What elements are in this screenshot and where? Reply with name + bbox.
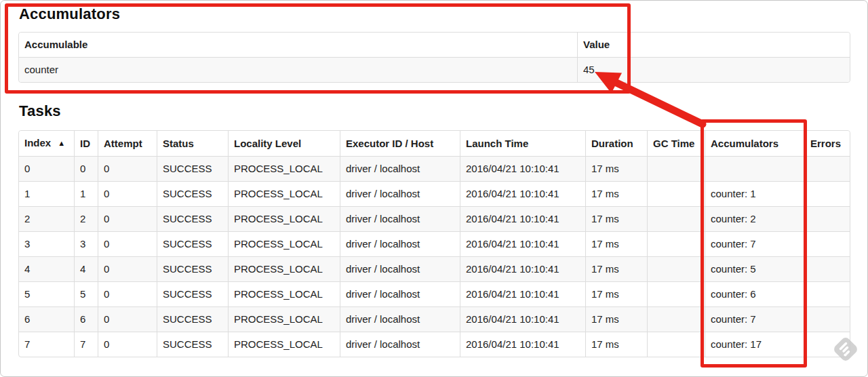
- cell-executor-id-host: driver / localhost: [340, 306, 460, 332]
- cell-index: 6: [19, 306, 74, 332]
- cell-errors: [804, 181, 850, 206]
- column-header-label: Accumulators: [711, 138, 778, 149]
- cell-gc-time: [647, 231, 705, 256]
- column-header-status[interactable]: Status: [157, 131, 228, 156]
- cell-index: 5: [19, 281, 74, 306]
- cell-launch-time: 2016/04/21 10:10:41: [460, 256, 585, 281]
- column-header-executor-id-host[interactable]: Executor ID / Host: [340, 131, 460, 156]
- column-header-value[interactable]: Value: [577, 33, 850, 57]
- header-row: AccumulableValue: [19, 33, 850, 57]
- cell-gc-time: [647, 281, 705, 306]
- column-header-label: Errors: [810, 138, 841, 149]
- column-header-errors[interactable]: Errors: [804, 131, 850, 156]
- cell-index: 7: [19, 332, 74, 357]
- table-row: 000SUCCESSPROCESS_LOCALdriver / localhos…: [19, 156, 850, 181]
- cell-duration: 17 ms: [585, 281, 647, 306]
- cell-index: 3: [19, 231, 74, 256]
- cell-executor-id-host: driver / localhost: [340, 332, 460, 357]
- cell-accumulators: counter: 7: [705, 306, 804, 332]
- column-header-accumulable[interactable]: Accumulable: [19, 33, 577, 57]
- cell-launch-time: 2016/04/21 10:10:41: [460, 181, 585, 206]
- column-header-label: GC Time: [653, 138, 694, 149]
- cell-index: 4: [19, 256, 74, 281]
- feedly-icon[interactable]: [830, 334, 861, 365]
- cell-status: SUCCESS: [157, 281, 228, 306]
- cell-attempt: 0: [98, 256, 157, 281]
- cell-errors: [804, 281, 850, 306]
- cell-status: SUCCESS: [157, 231, 228, 256]
- cell-attempt: 0: [98, 231, 157, 256]
- accumulators-table: AccumulableValuecounter45: [18, 32, 850, 83]
- cell-locality-level: PROCESS_LOCAL: [228, 181, 340, 206]
- cell-executor-id-host: driver / localhost: [340, 181, 460, 206]
- cell-locality-level: PROCESS_LOCAL: [228, 256, 340, 281]
- column-header-label: Index: [24, 137, 51, 148]
- cell-duration: 17 ms: [585, 332, 647, 357]
- column-header-label: Accumulable: [24, 39, 87, 50]
- cell-errors: [804, 256, 850, 281]
- cell-gc-time: [647, 306, 705, 332]
- sort-asc-icon: ▲: [58, 139, 65, 147]
- cell-index: 2: [19, 206, 74, 231]
- cell-attempt: 0: [98, 281, 157, 306]
- cell-duration: 17 ms: [585, 206, 647, 231]
- cell-id: 4: [74, 256, 98, 281]
- cell-locality-level: PROCESS_LOCAL: [228, 332, 340, 357]
- column-header-accumulators[interactable]: Accumulators: [705, 131, 804, 156]
- column-header-label: ID: [80, 138, 90, 149]
- cell-launch-time: 2016/04/21 10:10:41: [460, 332, 585, 357]
- cell-attempt: 0: [98, 156, 157, 181]
- cell-gc-time: [647, 256, 705, 281]
- cell-executor-id-host: driver / localhost: [340, 156, 460, 181]
- cell-status: SUCCESS: [157, 206, 228, 231]
- cell-accumulators: counter: 17: [705, 332, 804, 357]
- cell-index: 0: [19, 156, 74, 181]
- column-header-duration[interactable]: Duration: [585, 131, 647, 156]
- cell-attempt: 0: [98, 332, 157, 357]
- cell-duration: 17 ms: [585, 306, 647, 332]
- cell-id: 1: [74, 181, 98, 206]
- cell-status: SUCCESS: [157, 156, 228, 181]
- cell-accumulable: counter: [19, 57, 577, 82]
- cell-accumulators: counter: 1: [705, 181, 804, 206]
- cell-id: 0: [74, 156, 98, 181]
- cell-accumulators: counter: 5: [705, 256, 804, 281]
- cell-gc-time: [647, 181, 705, 206]
- column-header-gc-time[interactable]: GC Time: [647, 131, 705, 156]
- table-row: 440SUCCESSPROCESS_LOCALdriver / localhos…: [19, 256, 850, 281]
- column-header-attempt[interactable]: Attempt: [98, 131, 157, 156]
- column-header-label: Executor ID / Host: [346, 138, 433, 149]
- cell-gc-time: [647, 156, 705, 181]
- table-row: 330SUCCESSPROCESS_LOCALdriver / localhos…: [19, 231, 850, 256]
- table-row: 220SUCCESSPROCESS_LOCALdriver / localhos…: [19, 206, 850, 231]
- table-row: 770SUCCESSPROCESS_LOCALdriver / localhos…: [19, 332, 850, 357]
- cell-executor-id-host: driver / localhost: [340, 231, 460, 256]
- cell-launch-time: 2016/04/21 10:10:41: [460, 281, 585, 306]
- cell-errors: [804, 156, 850, 181]
- cell-id: 7: [74, 332, 98, 357]
- cell-launch-time: 2016/04/21 10:10:41: [460, 306, 585, 332]
- column-header-launch-time[interactable]: Launch Time: [460, 131, 585, 156]
- cell-status: SUCCESS: [157, 306, 228, 332]
- header-row: Index▲IDAttemptStatusLocality LevelExecu…: [19, 131, 850, 156]
- cell-index: 1: [19, 181, 74, 206]
- column-header-label: Attempt: [104, 138, 142, 149]
- cell-gc-time: [647, 332, 705, 357]
- cell-locality-level: PROCESS_LOCAL: [228, 206, 340, 231]
- table-row: 660SUCCESSPROCESS_LOCALdriver / localhos…: [19, 306, 850, 332]
- cell-executor-id-host: driver / localhost: [340, 256, 460, 281]
- cell-gc-time: [647, 206, 705, 231]
- cell-id: 5: [74, 281, 98, 306]
- cell-executor-id-host: driver / localhost: [340, 281, 460, 306]
- cell-duration: 17 ms: [585, 256, 647, 281]
- cell-status: SUCCESS: [157, 332, 228, 357]
- cell-locality-level: PROCESS_LOCAL: [228, 281, 340, 306]
- table-row: counter45: [19, 57, 850, 82]
- cell-id: 2: [74, 206, 98, 231]
- column-header-id[interactable]: ID: [74, 131, 98, 156]
- column-header-index[interactable]: Index▲: [19, 131, 74, 156]
- column-header-locality-level[interactable]: Locality Level: [228, 131, 340, 156]
- cell-accumulators: counter: 7: [705, 231, 804, 256]
- accumulators-section-title: Accumulators: [19, 5, 120, 23]
- cell-errors: [804, 231, 850, 256]
